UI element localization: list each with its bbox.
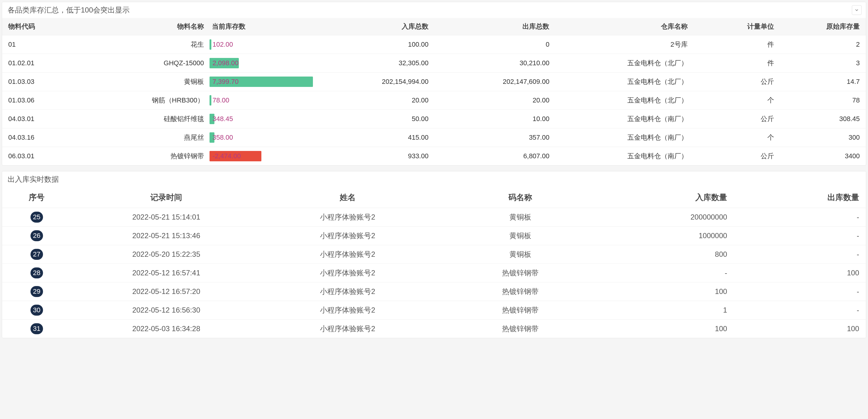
table1-row[interactable]: 06.03.01热镀锌钢带-2,474.00933.006,807.00五金电料… xyxy=(2,147,866,166)
table1-cell: 6,807.00 xyxy=(434,147,555,166)
table1-col-0[interactable]: 物料代码 xyxy=(2,18,88,35)
table1-row[interactable]: 04.03.01硅酸铝纤维毯348.4550.0010.00五金电料仓（南厂）公… xyxy=(2,110,866,128)
table1-cell: GHQZ-15000 xyxy=(88,54,209,72)
table2-cell: 小程序体验账号2 xyxy=(261,282,434,301)
table2-cell: 2022-05-21 15:14:01 xyxy=(71,208,261,227)
table1-header-row: 物料代码物料名称当前库存数入库总数出库总数仓库名称计量单位原始库存量 xyxy=(2,18,866,35)
table2-cell: - xyxy=(736,208,866,227)
table2-cell: 热镀锌钢带 xyxy=(434,320,607,338)
table2-cell: 2022-05-12 16:57:41 xyxy=(71,264,261,282)
table1-cell: 公斤 xyxy=(693,110,780,128)
table1-col-1[interactable]: 物料名称 xyxy=(88,18,209,35)
row-index-badge: 26 xyxy=(31,230,43,241)
table2-cell: 黄铜板 xyxy=(434,245,607,264)
panel1-header: 各品类库存汇总，低于100会突出显示 xyxy=(2,2,866,18)
stock-bar-cell: 348.45 xyxy=(210,110,313,128)
table1-cell: 04.03.16 xyxy=(2,128,88,147)
table2-cell: 2022-05-21 15:13:46 xyxy=(71,227,261,245)
table2-row[interactable]: 272022-05-20 15:22:35小程序体验账号2黄铜板800- xyxy=(2,245,866,264)
table2-row[interactable]: 302022-05-12 16:56:30小程序体验账号2热镀锌钢带1- xyxy=(2,301,866,320)
table1-cell: 件 xyxy=(693,54,780,72)
table2-cell: 小程序体验账号2 xyxy=(261,245,434,264)
table2-cell: 2022-05-12 16:56:30 xyxy=(71,301,261,320)
table2-row[interactable]: 282022-05-12 16:57:41小程序体验账号2热镀锌钢带-100 xyxy=(2,264,866,282)
stock-value: -2,474.00 xyxy=(210,152,241,160)
table2-cell: 100 xyxy=(607,282,736,301)
panel1-collapse-button[interactable] xyxy=(852,5,862,15)
table1-cell: 公斤 xyxy=(693,147,780,166)
table2-cell: 热镀锌钢带 xyxy=(434,301,607,320)
table1-col-2[interactable]: 当前库存数 xyxy=(210,18,313,35)
stock-value: 7,399.70 xyxy=(210,78,239,86)
table1-cell: 100.00 xyxy=(313,35,434,54)
inventory-summary-panel: 各品类库存汇总，低于100会突出显示 物料代码物料名称当前库存数入库总数出库总数… xyxy=(2,2,866,166)
row-index-badge: 27 xyxy=(31,249,43,260)
table1-cell: 五金电料仓（南厂） xyxy=(555,128,693,147)
table1-cell: 2号库 xyxy=(555,35,693,54)
table2-cell: 热镀锌钢带 xyxy=(434,264,607,282)
table2-cell: 2022-05-03 16:34:28 xyxy=(71,320,261,338)
table2-cell: 2022-05-12 16:57:20 xyxy=(71,282,261,301)
table1-cell: 32,305.00 xyxy=(313,54,434,72)
table2-header-row: 序号记录时间姓名码名称入库数量出库数量 xyxy=(2,187,866,208)
table2-cell: - xyxy=(607,264,736,282)
table2-cell: 2022-05-20 15:22:35 xyxy=(71,245,261,264)
panel2-title: 出入库实时数据 xyxy=(8,174,59,184)
table2-row[interactable]: 252022-05-21 15:14:01小程序体验账号2黄铜板20000000… xyxy=(2,208,866,227)
table2-cell: 800 xyxy=(607,245,736,264)
table1-row[interactable]: 01.03.03黄铜板7,399.70202,154,994.00202,147… xyxy=(2,72,866,91)
table1-cell: 20.00 xyxy=(434,91,555,110)
table1-cell: 个 xyxy=(693,128,780,147)
table1-cell: 五金电料仓（北厂） xyxy=(555,91,693,110)
table2-cell: 100 xyxy=(736,264,866,282)
table2-col-0[interactable]: 序号 xyxy=(2,187,71,208)
chevron-down-icon xyxy=(854,8,859,12)
table2-cell: 小程序体验账号2 xyxy=(261,320,434,338)
table1-col-3[interactable]: 入库总数 xyxy=(313,18,434,35)
row-index-cell: 28 xyxy=(2,264,71,282)
table2-cell: 黄铜板 xyxy=(434,227,607,245)
table2-cell: - xyxy=(736,282,866,301)
table1-cell: 50.00 xyxy=(313,110,434,128)
table2-cell: 100 xyxy=(607,320,736,338)
table2-col-2[interactable]: 姓名 xyxy=(261,187,434,208)
table2-row[interactable]: 292022-05-12 16:57:20小程序体验账号2热镀锌钢带100- xyxy=(2,282,866,301)
table1-cell: 五金电料仓（南厂） xyxy=(555,147,693,166)
table2-cell: 小程序体验账号2 xyxy=(261,227,434,245)
table1-col-7[interactable]: 原始库存量 xyxy=(780,18,866,35)
table1-cell: 0 xyxy=(434,35,555,54)
table1-cell: 202,154,994.00 xyxy=(313,72,434,91)
table1-row[interactable]: 01花生102.00100.0002号库件2 xyxy=(2,35,866,54)
table2-cell: - xyxy=(736,245,866,264)
table2-row[interactable]: 312022-05-03 16:34:28小程序体验账号2热镀锌钢带100100 xyxy=(2,320,866,338)
table1-cell: 件 xyxy=(693,35,780,54)
table1-col-4[interactable]: 出库总数 xyxy=(434,18,555,35)
row-index-cell: 25 xyxy=(2,208,71,227)
row-index-badge: 28 xyxy=(31,267,43,279)
table1-col-6[interactable]: 计量单位 xyxy=(693,18,780,35)
table2-cell: 小程序体验账号2 xyxy=(261,301,434,320)
table1-cell: 300 xyxy=(780,128,866,147)
table1-cell: 04.03.01 xyxy=(2,110,88,128)
table1-cell: 14.7 xyxy=(780,72,866,91)
stock-bar-cell: 78.00 xyxy=(210,91,313,110)
table2-col-4[interactable]: 入库数量 xyxy=(607,187,736,208)
table2-cell: 100 xyxy=(736,320,866,338)
table1-cell: 01.02.01 xyxy=(2,54,88,72)
table2-row[interactable]: 262022-05-21 15:13:46小程序体验账号2黄铜板1000000- xyxy=(2,227,866,245)
table2-col-1[interactable]: 记录时间 xyxy=(71,187,261,208)
table2-col-3[interactable]: 码名称 xyxy=(434,187,607,208)
table2-col-5[interactable]: 出库数量 xyxy=(736,187,866,208)
stock-bar-cell: 7,399.70 xyxy=(210,72,313,91)
table1-row[interactable]: 01.03.06钢筋（HRB300）78.0020.0020.00五金电料仓（北… xyxy=(2,91,866,110)
table2-cell: 热镀锌钢带 xyxy=(434,282,607,301)
realtime-panel: 出入库实时数据 序号记录时间姓名码名称入库数量出库数量 252022-05-21… xyxy=(2,171,866,338)
table1-col-5[interactable]: 仓库名称 xyxy=(555,18,693,35)
panel1-title: 各品类库存汇总，低于100会突出显示 xyxy=(8,5,130,15)
table1-cell: 硅酸铝纤维毯 xyxy=(88,110,209,128)
table1-cell: 357.00 xyxy=(434,128,555,147)
table1-row[interactable]: 01.02.01GHQZ-150002,098.0032,305.0030,21… xyxy=(2,54,866,72)
row-index-badge: 31 xyxy=(31,323,43,334)
table1-row[interactable]: 04.03.16燕尾丝358.00415.00357.00五金电料仓（南厂）个3… xyxy=(2,128,866,147)
table1-cell: 308.45 xyxy=(780,110,866,128)
